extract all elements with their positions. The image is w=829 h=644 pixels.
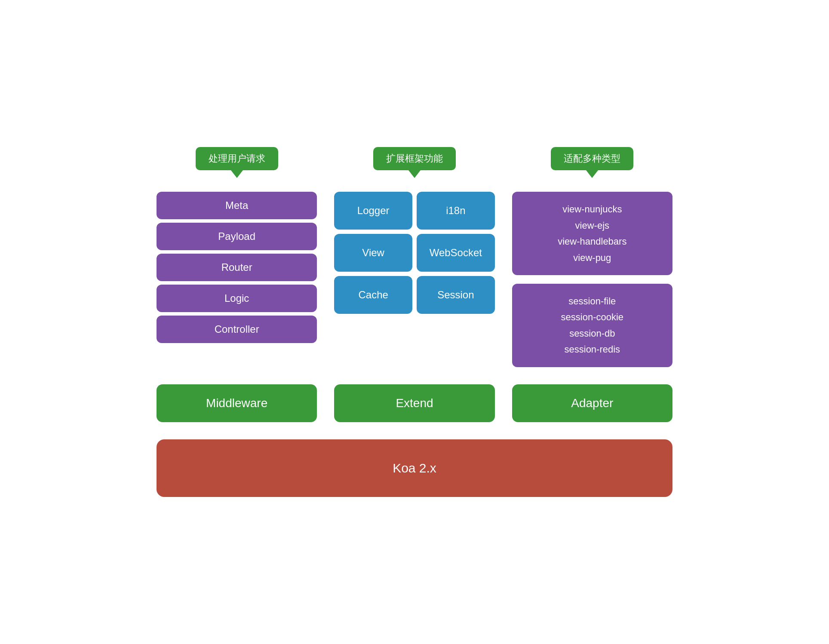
session-adapters-box: session-file session-cookie session-db s… <box>512 284 672 367</box>
column-middleware: 处理用户请求 Meta Payload Router Logic Control… <box>157 147 317 371</box>
item-router: Router <box>157 254 317 281</box>
middleware-bar: Middleware <box>157 384 317 422</box>
item-controller: Controller <box>157 316 317 343</box>
item-view: View <box>334 234 412 272</box>
view-adapters-box: view-nunjucks view-ejs view-handlebars v… <box>512 192 672 275</box>
callout-extend: 扩展框架功能 <box>373 147 456 170</box>
middleware-stack: Meta Payload Router Logic Controller <box>157 192 317 343</box>
item-logger: Logger <box>334 192 412 230</box>
item-logic: Logic <box>157 285 317 312</box>
item-payload: Payload <box>157 223 317 250</box>
item-websocket: WebSocket <box>417 234 495 272</box>
callout-middleware: 处理用户请求 <box>196 147 278 170</box>
extend-grid: Logger i18n View WebSocket Cache Session <box>334 192 494 314</box>
adapter-stack: view-nunjucks view-ejs view-handlebars v… <box>512 192 672 371</box>
extend-bar: Extend <box>334 384 494 422</box>
adapter-bar: Adapter <box>512 384 672 422</box>
item-meta: Meta <box>157 192 317 219</box>
diagram: 处理用户请求 Meta Payload Router Logic Control… <box>157 147 672 497</box>
column-adapter: 适配多种类型 view-nunjucks view-ejs view-handl… <box>512 147 672 371</box>
item-session: Session <box>417 276 495 314</box>
callout-adapter: 适配多种类型 <box>551 147 633 170</box>
koa-bar: Koa 2.x <box>157 439 672 497</box>
item-cache: Cache <box>334 276 412 314</box>
item-i18n: i18n <box>417 192 495 230</box>
column-extend: 扩展框架功能 Logger i18n View WebSocket Cache <box>334 147 494 371</box>
bottom-section: Middleware Extend Adapter <box>157 384 672 422</box>
top-section: 处理用户请求 Meta Payload Router Logic Control… <box>157 147 672 371</box>
